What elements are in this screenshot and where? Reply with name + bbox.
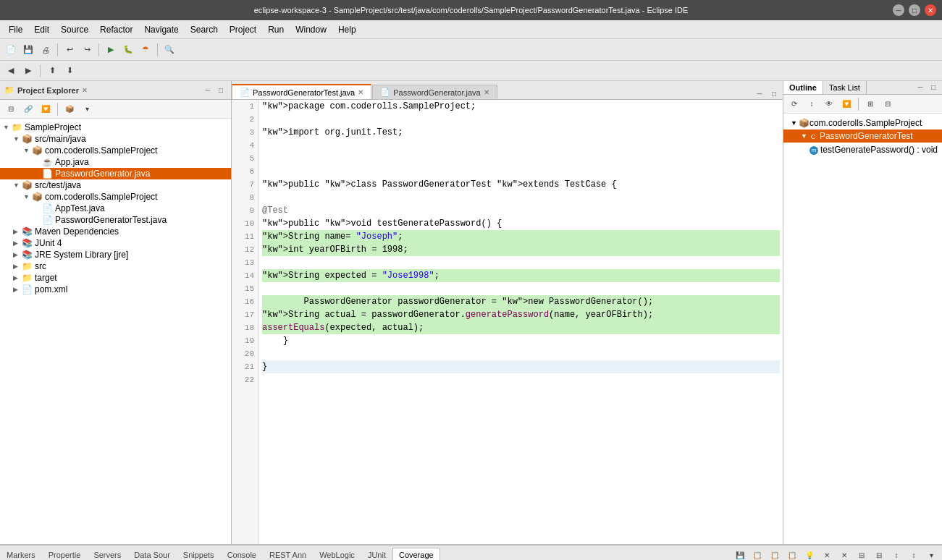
tree-item-passwordgeneratortest-java[interactable]: 📄 PasswordGeneratorTest.java [0,214,231,226]
bottom-tab-propertie[interactable]: Propertie [42,548,88,560]
menu-item-source[interactable]: Source [55,23,94,36]
tree-item-maven-deps[interactable]: ▶📚 Maven Dependencies [0,226,231,237]
bottom-tab-snippets[interactable]: Snippets [177,548,221,560]
bottom-ctrl-btn-5[interactable]: ✕ [819,547,835,560]
bottom-ctrl-btn-0[interactable]: 💾 [732,547,748,560]
menu-item-run[interactable]: Run [262,23,290,36]
code-line-15[interactable] [262,282,780,295]
code-line-11[interactable]: "kw">String name= "Joseph"; [262,230,780,243]
bottom-ctrl-btn-1[interactable]: 📋 [749,547,765,560]
pe-menu-button[interactable]: ▾ [79,101,95,117]
filter-button[interactable]: 🔽 [38,101,54,117]
editor-maximize-button[interactable]: □ [768,88,780,99]
tree-item-apptest-java[interactable]: 📄 AppTest.java [0,203,231,214]
maximize-panel-button[interactable]: □ [215,85,227,96]
code-line-5[interactable] [262,152,780,165]
navigate-down[interactable]: ⬇ [62,63,77,79]
code-line-19[interactable]: } [262,334,780,347]
code-line-22[interactable] [262,373,780,386]
bottom-tab-servers[interactable]: Servers [87,548,127,560]
tree-item-password-generator-java[interactable]: 📄 PasswordGenerator.java [0,168,231,179]
tree-item-com-coderolls-test[interactable]: ▼📦 com.coderolls.SampleProject [0,191,231,203]
bottom-tab-weblogic[interactable]: WebLogic [313,548,361,560]
bottom-tab-markers[interactable]: Markers [0,548,42,560]
code-line-3[interactable]: "kw">import org.junit.Test; [262,126,780,139]
bottom-tab-rest-ann[interactable]: REST Ann [263,548,313,560]
coverage-button[interactable]: ☂ [138,42,154,58]
tree-item-src[interactable]: ▶📁 src [0,260,231,272]
navigate-up[interactable]: ⬆ [44,63,60,79]
menu-item-file[interactable]: File [3,23,28,36]
code-line-10[interactable]: "kw">public "kw">void testGeneratePasswo… [262,217,780,230]
code-content[interactable]: "kw">package com.coderolls.SampleProject… [259,100,783,544]
menu-item-window[interactable]: Window [290,23,332,36]
link-editor-button[interactable]: 🔗 [20,101,36,117]
menu-item-search[interactable]: Search [185,23,224,36]
outline-item-1[interactable]: ▼CPasswordGeneratorTest [783,130,942,143]
outline-sort-button[interactable]: ↕ [804,96,820,112]
menu-item-navigate[interactable]: Navigate [138,23,184,36]
outline-collapse-button[interactable]: ⊟ [880,96,896,112]
minimize-panel-button[interactable]: ─ [202,85,214,96]
code-line-1[interactable]: "kw">package com.coderolls.SampleProject… [262,100,780,113]
outline-maximize-button[interactable]: □ [928,81,939,93]
bottom-ctrl-btn-6[interactable]: ✕ [836,547,852,560]
editor-minimize-button[interactable]: ─ [754,88,765,99]
tree-item-jre-sys[interactable]: ▶📚 JRE System Library [jre] [0,249,231,260]
maximize-button[interactable]: □ [909,4,920,16]
run-button[interactable]: ▶ [103,42,119,58]
code-line-4[interactable] [262,139,780,152]
bottom-tab-data-sour[interactable]: Data Sour [127,548,177,560]
forward-button[interactable]: ▶ [20,63,36,79]
code-line-16[interactable]: PasswordGenerator passwordGenerator = "k… [262,295,780,308]
outline-item-2[interactable]: mtestGeneratePassword() : void [783,143,942,156]
editor-tab-PasswordGeneratorjava[interactable]: 📄 PasswordGenerator.java ✕ [372,85,497,99]
bottom-ctrl-btn-3[interactable]: 📋 [784,547,800,560]
outline-tab-outline[interactable]: Outline [783,81,823,94]
bottom-ctrl-btn-11[interactable]: ▾ [923,547,939,560]
tree-item-com-coderolls-main[interactable]: ▼📦 com.coderolls.SampleProject [0,145,231,156]
code-line-17[interactable]: "kw">String actual = passwordGenerator.g… [262,308,780,321]
menu-item-project[interactable]: Project [224,23,262,36]
tree-item-junit4[interactable]: ▶📚 JUnit 4 [0,237,231,249]
code-line-18[interactable]: assertEquals(expected, actual); [262,321,780,334]
bottom-tab-console[interactable]: Console [221,548,263,560]
bottom-tab-junit[interactable]: JUnit [361,548,392,560]
code-line-9[interactable]: @Test [262,204,780,217]
bottom-ctrl-btn-2[interactable]: 📋 [767,547,783,560]
tree-item-src-test-java[interactable]: ▼📦 src/test/java [0,179,231,191]
outline-minimize-button[interactable]: ─ [914,81,926,93]
search-button[interactable]: 🔍 [161,42,177,58]
tree-item-target[interactable]: ▶📁 target [0,272,231,284]
editor-tab-PasswordGeneratorTestjava[interactable]: 📄 PasswordGeneratorTest.java ✕ [232,84,371,99]
undo-button[interactable]: ↩ [62,42,77,58]
code-line-12[interactable]: "kw">int yearOFBirth = 1998; [262,243,780,256]
bottom-tab-coverage[interactable]: Coverage [392,548,440,560]
outline-item-0[interactable]: ▼📦 com.coderolls.SampleProject [783,116,942,130]
tree-item-app-java[interactable]: ☕ App.java [0,156,231,168]
new-button[interactable]: 📄 [3,42,19,58]
outline-filter-button[interactable]: 🔽 [838,96,854,112]
collapse-all-button[interactable]: ⊟ [3,101,19,117]
bottom-ctrl-btn-8[interactable]: ⊟ [871,547,887,560]
menu-item-help[interactable]: Help [332,23,362,36]
code-editor[interactable]: 12345678910111213141516171819202122 "kw"… [232,100,783,544]
code-line-2[interactable] [262,113,780,126]
minimize-button[interactable]: ─ [893,4,904,16]
outline-sync-button[interactable]: ⟳ [786,96,802,112]
outline-expand-button[interactable]: ⊞ [862,96,878,112]
bottom-ctrl-btn-10[interactable]: ↕ [906,547,922,560]
print-button[interactable]: 🖨 [38,42,54,58]
bottom-ctrl-btn-4[interactable]: 💡 [802,547,817,560]
back-button[interactable]: ◀ [3,63,19,79]
bottom-ctrl-btn-7[interactable]: ⊟ [854,547,870,560]
outline-hide-button[interactable]: 👁 [821,96,837,112]
save-button[interactable]: 💾 [20,42,36,58]
tab-close-button[interactable]: ✕ [358,88,363,96]
new-pkg-button[interactable]: 📦 [62,101,77,117]
code-line-21[interactable]: } [262,360,780,373]
tree-item-sampleproject[interactable]: ▼📁 SampleProject [0,122,231,133]
code-line-6[interactable] [262,165,780,178]
tree-item-pom-xml[interactable]: ▶📄 pom.xml [0,284,231,295]
redo-button[interactable]: ↪ [79,42,95,58]
